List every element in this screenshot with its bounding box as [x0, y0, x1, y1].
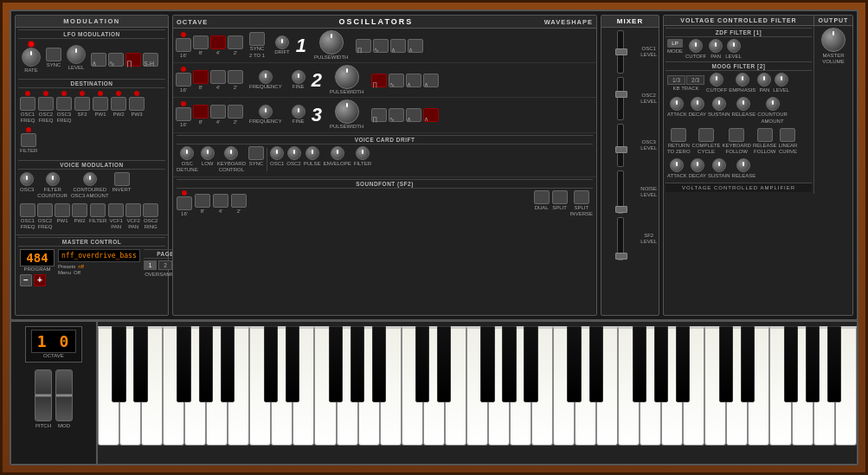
osc2-fader[interactable] [617, 77, 624, 120]
black-key[interactable] [524, 326, 537, 402]
sync-btn[interactable] [46, 48, 61, 61]
black-key[interactable] [264, 326, 278, 402]
black-key[interactable] [827, 326, 841, 402]
vr-vcf1[interactable] [108, 203, 124, 217]
decay2[interactable] [691, 158, 704, 172]
black-key[interactable] [372, 326, 386, 402]
vcd-pulse[interactable] [305, 146, 319, 160]
o3-fine-knob[interactable] [292, 105, 305, 119]
black-key[interactable] [741, 326, 755, 402]
wave-tri-btn[interactable]: ∧ [91, 53, 106, 67]
level-knob[interactable] [67, 45, 86, 64]
sf2-fader[interactable] [617, 217, 624, 260]
rate-knob[interactable] [22, 48, 41, 67]
vcd-filter[interactable] [356, 146, 370, 160]
piano-keyboard[interactable] [98, 322, 857, 464]
prog-plus[interactable]: + [34, 274, 46, 286]
black-key[interactable] [480, 326, 494, 402]
moog-emph[interactable] [736, 73, 749, 87]
o2-4[interactable] [210, 70, 226, 84]
attack2[interactable] [670, 158, 684, 172]
kb-follow[interactable] [729, 128, 744, 142]
o1-w4[interactable]: ∧ [408, 39, 423, 53]
black-key[interactable] [329, 326, 343, 402]
sf2-split[interactable] [552, 190, 568, 204]
mod-wheel[interactable] [55, 369, 73, 421]
moog-pan[interactable] [757, 73, 771, 87]
black-key[interactable] [415, 326, 429, 402]
v-filter-knob[interactable] [46, 172, 60, 186]
sf2-split-inv[interactable] [574, 190, 589, 204]
preset-val[interactable]: nff [78, 264, 84, 270]
black-key[interactable] [676, 326, 690, 402]
noise-fader[interactable] [617, 170, 624, 214]
sf2-2[interactable] [231, 194, 247, 208]
vcd-sync[interactable] [248, 146, 264, 160]
attack1[interactable] [670, 97, 684, 111]
o1-8[interactable] [193, 35, 209, 49]
o2-fine-knob[interactable] [292, 70, 305, 84]
black-key[interactable] [112, 326, 125, 402]
black-key[interactable] [806, 326, 820, 402]
d3-btn[interactable] [56, 97, 72, 111]
pitch-wheel[interactable] [35, 369, 52, 421]
sf2-dual[interactable] [534, 190, 550, 204]
sf2-16[interactable] [177, 196, 192, 210]
vcd-envelope[interactable] [331, 146, 344, 160]
vr-osc2f[interactable] [37, 203, 53, 217]
black-key[interactable] [177, 326, 190, 402]
release1[interactable] [736, 97, 750, 111]
black-key[interactable] [221, 326, 235, 402]
black-key[interactable] [437, 326, 451, 402]
d1-btn[interactable] [20, 97, 35, 111]
zdf-level[interactable] [727, 39, 741, 53]
black-key[interactable] [286, 326, 299, 402]
menu-val[interactable]: Off [74, 270, 80, 276]
o2-2[interactable] [228, 70, 243, 84]
zdf-cutoff[interactable] [689, 39, 703, 53]
o2-16[interactable] [176, 73, 191, 87]
o2-w4[interactable]: ∧ [423, 74, 439, 87]
o3-pw[interactable] [335, 99, 359, 124]
wave-sq-btn[interactable]: ∏ [125, 53, 141, 67]
black-key[interactable] [633, 326, 646, 402]
v-contoured-knob[interactable] [83, 172, 97, 186]
vr-filter[interactable] [90, 203, 106, 217]
complete-cycle[interactable] [698, 128, 714, 142]
o1-16[interactable] [176, 38, 191, 52]
black-key[interactable] [784, 326, 798, 402]
black-key[interactable] [567, 326, 581, 402]
o3-w4[interactable]: ∧ [423, 108, 439, 122]
osc3-fader[interactable] [617, 124, 624, 167]
vr-pw1[interactable] [55, 203, 70, 217]
v-osc3-knob[interactable] [20, 172, 34, 186]
vr-pw2[interactable] [72, 203, 87, 217]
o3-16[interactable] [176, 107, 191, 121]
vr-osc1f[interactable] [20, 203, 35, 217]
moog-cutoff[interactable] [710, 73, 723, 87]
sf2-4[interactable] [213, 194, 228, 208]
black-key[interactable] [589, 326, 603, 402]
o3-w2[interactable]: ∿ [389, 108, 404, 122]
vcd-detune[interactable] [180, 146, 194, 160]
o1-2[interactable] [228, 35, 243, 49]
d2-btn[interactable] [38, 97, 54, 111]
o3-2[interactable] [228, 105, 243, 119]
d5-btn[interactable] [93, 97, 108, 111]
d7-btn[interactable] [129, 97, 145, 111]
prog-minus[interactable]: − [20, 274, 32, 286]
o1-w3[interactable]: ∧ [390, 39, 406, 53]
sf2-8[interactable] [195, 194, 210, 208]
vcd-low[interactable] [201, 146, 215, 160]
countour[interactable] [766, 97, 780, 111]
master-vol[interactable] [821, 28, 845, 52]
black-key[interactable] [133, 326, 147, 402]
o2-freq-knob[interactable] [259, 70, 273, 84]
o3-freq-knob[interactable] [259, 105, 273, 119]
o3-4[interactable] [210, 105, 226, 119]
o1-4[interactable] [210, 35, 226, 49]
linear-curve[interactable] [780, 128, 795, 142]
vcd-osc1[interactable] [270, 146, 284, 160]
sustain1[interactable] [712, 97, 726, 111]
o3-w1[interactable]: ∏ [371, 108, 387, 122]
